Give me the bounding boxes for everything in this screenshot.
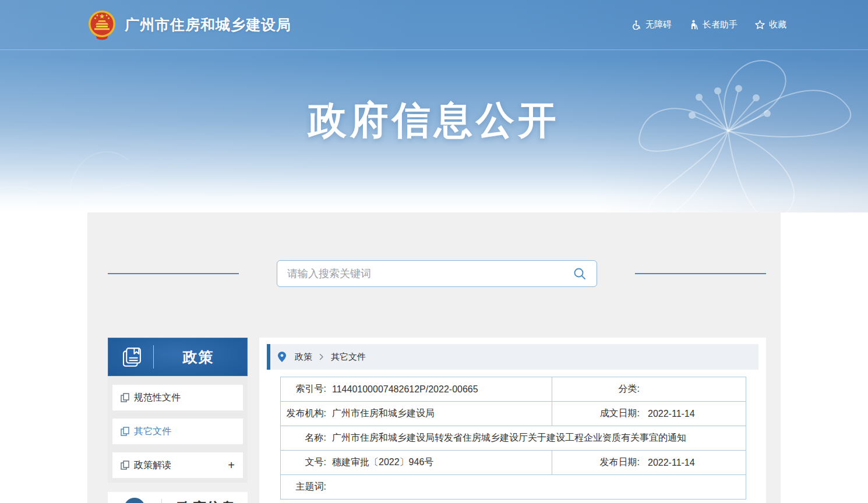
field-label: 索引号: — [281, 383, 326, 395]
content-container: 政策 规范性文件 — [87, 212, 781, 503]
accessibility-link[interactable]: 无障碍 — [631, 19, 672, 30]
field-label: 名称: — [281, 432, 326, 444]
sidebar-section-title: 政策 — [154, 348, 248, 367]
table-cell: 发布日期: 2022-11-14 — [552, 451, 746, 474]
page: 广州市住房和城乡建设局 无障碍 长者助手 — [0, 0, 868, 503]
decorative-line-left — [108, 273, 239, 274]
breadcrumb-item-other-docs[interactable]: 其它文件 — [331, 352, 366, 363]
table-cell: 主题词: — [281, 475, 746, 499]
sidebar-item-label: 其它文件 — [134, 426, 171, 438]
field-value: 11440100007482612P/2022-00665 — [332, 384, 478, 395]
accessibility-label: 无障碍 — [645, 19, 672, 30]
gov-info-icon — [124, 498, 145, 503]
decorative-line-right — [635, 273, 766, 274]
sidebar-item-other-docs[interactable]: 其它文件 — [112, 419, 243, 444]
national-emblem-logo — [86, 9, 118, 41]
sidebar-item-label: 政策解读 — [134, 459, 171, 472]
document-detail-card: 政策 其它文件 索引号: 11440100007482612P/2022-006… — [259, 338, 766, 503]
field-value: 广州市住房和城乡建设局转发省住房城乡建设厅关于建设工程企业资质有关事宜的通知 — [332, 432, 686, 444]
field-value: 2022-11-14 — [648, 458, 695, 468]
sidebar: 政策 规范性文件 — [108, 338, 248, 503]
chevron-right-icon — [319, 353, 324, 360]
table-cell: 成文日期: 2022-11-14 — [552, 402, 746, 426]
site-brand[interactable]: 广州市住房和城乡建设局 — [86, 9, 291, 41]
document-icon — [121, 461, 129, 470]
sidebar-section-gov-info[interactable]: 政府信息公开 — [108, 492, 248, 503]
table-cell: 发布机构: 广州市住房和城乡建设局 — [281, 402, 552, 426]
favorite-link[interactable]: 收藏 — [755, 19, 786, 30]
field-label: 发布机构: — [281, 408, 326, 420]
table-row: 名称: 广州市住房和城乡建设局转发省住房城乡建设厅关于建设工程企业资质有关事宜的… — [281, 426, 746, 451]
field-value: 穗建审批〔2022〕946号 — [332, 456, 433, 469]
sidebar-section-policy[interactable]: 政策 — [108, 338, 248, 376]
document-icon — [121, 427, 129, 436]
header-links: 无障碍 长者助手 收藏 — [631, 19, 786, 30]
table-row: 主题词: — [281, 475, 746, 500]
breadcrumb-item-policy[interactable]: 政策 — [295, 352, 312, 363]
field-value: 广州市住房和城乡建设局 — [332, 408, 435, 420]
table-row: 索引号: 11440100007482612P/2022-00665 分类: — [281, 377, 746, 402]
sidebar-item-label: 规范性文件 — [134, 392, 181, 404]
field-value: 2022-11-14 — [648, 409, 695, 419]
table-row: 发布机构: 广州市住房和城乡建设局 成文日期: 2022-11-14 — [281, 402, 746, 426]
divider — [161, 499, 162, 503]
page-title: 政府信息公开 — [0, 94, 868, 147]
search-box — [277, 260, 597, 287]
field-label: 成文日期: — [552, 408, 640, 420]
document-detail-table: 索引号: 11440100007482612P/2022-00665 分类: 发… — [280, 377, 746, 500]
breadcrumb: 政策 其它文件 — [267, 344, 758, 370]
sidebar-item-policy-interpretation[interactable]: 政策解读 + — [112, 452, 243, 478]
header-bar: 广州市住房和城乡建设局 无障碍 长者助手 — [0, 0, 868, 50]
elder-person-icon — [689, 20, 698, 30]
field-label: 分类: — [552, 383, 640, 395]
location-pin-icon — [278, 352, 286, 362]
sidebar-items: 规范性文件 其它文件 — [108, 376, 248, 483]
table-cell: 名称: 广州市住房和城乡建设局转发省住房城乡建设厅关于建设工程企业资质有关事宜的… — [281, 426, 746, 450]
sidebar-item-normative-docs[interactable]: 规范性文件 — [112, 385, 243, 410]
book-icon — [119, 345, 144, 369]
table-cell: 分类: — [552, 377, 746, 401]
favorite-label: 收藏 — [769, 19, 786, 30]
elder-assistant-label: 长者助手 — [703, 19, 738, 30]
document-icon — [121, 393, 129, 402]
wheelchair-icon — [631, 20, 641, 30]
field-label: 主题词: — [281, 481, 326, 493]
table-cell: 文号: 穗建审批〔2022〕946号 — [281, 451, 552, 474]
table-row: 文号: 穗建审批〔2022〕946号 发布日期: 2022-11-14 — [281, 451, 746, 475]
search-icon — [573, 267, 586, 280]
expand-plus-icon[interactable]: + — [228, 459, 235, 471]
table-cell: 索引号: 11440100007482612P/2022-00665 — [281, 377, 552, 401]
field-label: 发布日期: — [552, 456, 640, 469]
site-title: 广州市住房和城乡建设局 — [125, 15, 291, 34]
field-label: 文号: — [281, 456, 326, 469]
sidebar-section-title: 政府信息公开 — [177, 498, 242, 503]
search-input[interactable] — [287, 268, 572, 280]
elder-assistant-link[interactable]: 长者助手 — [689, 19, 738, 30]
star-icon — [755, 20, 765, 30]
search-button[interactable] — [572, 266, 587, 281]
